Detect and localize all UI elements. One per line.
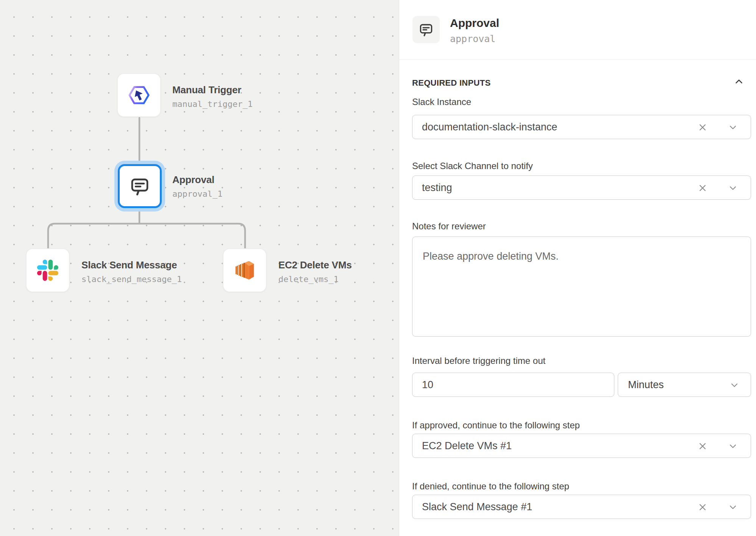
interval-unit-value: Minutes [628, 379, 664, 391]
node-title: Slack Send Message [81, 259, 182, 271]
node-title: Manual Trigger [172, 84, 253, 96]
clear-button[interactable] [697, 182, 708, 194]
workflow-canvas[interactable]: Manual Trigger manual_trigger_1 Approval… [0, 0, 399, 536]
notes-label: Notes for reviewer [412, 221, 486, 232]
chevron-down-icon [727, 502, 739, 513]
node-label-approval: Approval approval_1 [172, 174, 222, 199]
ec2-icon [233, 259, 256, 282]
node-ec2-delete-vms[interactable] [223, 248, 267, 292]
x-icon [697, 502, 708, 513]
workflow-editor: Manual Trigger manual_trigger_1 Approval… [0, 0, 756, 536]
panel-header-divider [399, 60, 756, 60]
required-inputs-heading: REQUIRED INPUTS [412, 78, 490, 88]
chevron-up-icon [733, 76, 745, 87]
if-denied-label: If denied, continue to the following ste… [412, 481, 569, 492]
chevron-down-icon [727, 122, 739, 133]
dropdown-button[interactable] [729, 379, 740, 391]
clear-button[interactable] [697, 440, 708, 452]
interval-value-box[interactable] [412, 373, 614, 397]
node-subtitle: slack_send_message_1 [81, 274, 182, 284]
clear-button[interactable] [697, 122, 708, 133]
node-label-slack-send-message: Slack Send Message slack_send_message_1 [81, 259, 182, 284]
manual-trigger-icon [127, 83, 151, 107]
node-approval[interactable] [118, 164, 162, 208]
dropdown-button[interactable] [727, 440, 739, 452]
node-manual-trigger[interactable] [117, 73, 161, 117]
panel-step-subtitle: approval [450, 33, 495, 44]
slack-instance-label: Slack Instance [412, 97, 471, 107]
interval-label: Interval before triggering time out [412, 356, 545, 366]
chevron-down-icon [727, 440, 739, 452]
chevron-down-icon [727, 182, 739, 194]
slack-instance-select[interactable] [412, 115, 751, 139]
dropdown-button[interactable] [727, 122, 739, 133]
chevron-down-icon [729, 379, 740, 391]
node-slack-send-message[interactable] [26, 248, 70, 292]
x-icon [697, 182, 708, 194]
node-title: EC2 Delete VMs [278, 259, 352, 271]
panel-step-title: Approval [450, 17, 499, 30]
dropdown-button[interactable] [727, 502, 739, 513]
clear-button[interactable] [697, 502, 708, 513]
if-approved-select[interactable] [412, 434, 751, 458]
interval-unit-select[interactable]: Minutes [618, 373, 751, 397]
if-approved-label: If approved, continue to the following s… [412, 420, 580, 431]
node-subtitle: approval_1 [172, 189, 222, 199]
node-subtitle: delete_vms_1 [278, 274, 352, 284]
node-label-manual-trigger: Manual Trigger manual_trigger_1 [172, 84, 253, 109]
slack-channel-label: Select Slack Channel to notify [412, 161, 533, 171]
node-label-ec2-delete-vms: EC2 Delete VMs delete_vms_1 [278, 259, 352, 284]
approval-icon [418, 22, 434, 38]
section-collapse-button[interactable] [733, 76, 745, 87]
notes-textarea[interactable]: Please approve deleting VMs. [412, 237, 751, 337]
x-icon [697, 122, 708, 133]
node-title: Approval [172, 174, 222, 186]
node-subtitle: manual_trigger_1 [172, 99, 253, 109]
slack-channel-select[interactable] [412, 176, 751, 200]
panel-step-icon-box [412, 16, 440, 43]
x-icon [697, 440, 708, 452]
if-denied-select[interactable] [412, 495, 751, 519]
interval-input[interactable] [412, 373, 614, 397]
approval-icon [129, 175, 151, 197]
dropdown-button[interactable] [727, 182, 739, 194]
step-config-panel: Approval approval REQUIRED INPUTS Slack … [399, 0, 756, 536]
slack-icon [37, 260, 58, 281]
